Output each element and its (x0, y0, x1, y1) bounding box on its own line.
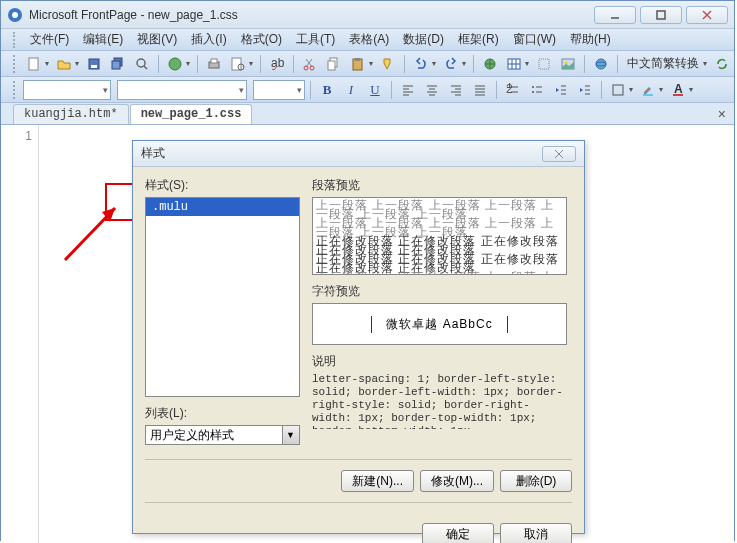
undo-icon[interactable] (410, 53, 432, 75)
char-preview: 微软卓越 AaBbCc (312, 303, 567, 345)
close-button[interactable] (686, 6, 728, 24)
insert-picture-icon[interactable] (557, 53, 579, 75)
line-gutter: 1 (1, 125, 39, 543)
ok-button[interactable]: 确定 (422, 523, 494, 543)
combo-value: 用户定义的样式 (150, 427, 234, 444)
svg-point-57 (532, 86, 534, 88)
svg-rect-8 (91, 65, 97, 68)
menu-tools[interactable]: 工具(T) (289, 29, 342, 50)
tab-kuangjia[interactable]: kuangjia.htm* (13, 104, 129, 124)
svg-point-58 (532, 91, 534, 93)
svg-rect-15 (211, 59, 217, 63)
hyperlink-icon[interactable] (590, 53, 612, 75)
desc-label: 说明 (312, 353, 572, 370)
insert-layer-icon[interactable] (533, 53, 555, 75)
grip-icon (13, 55, 17, 73)
menu-view[interactable]: 视图(V) (130, 29, 184, 50)
menu-edit[interactable]: 编辑(E) (76, 29, 130, 50)
open-icon[interactable] (53, 53, 75, 75)
tab-close-icon[interactable]: × (718, 106, 726, 122)
new-button[interactable]: 新建(N)... (341, 470, 414, 492)
minimize-button[interactable] (594, 6, 636, 24)
highlight-icon[interactable] (637, 79, 659, 101)
svg-line-12 (144, 66, 147, 69)
cut-icon[interactable] (299, 53, 321, 75)
save-icon[interactable] (83, 53, 105, 75)
styles-listbox[interactable]: .mulu (145, 197, 300, 397)
titlebar: Microsoft FrontPage - new_page_1.css (1, 1, 734, 29)
list-item[interactable]: .mulu (146, 198, 299, 216)
svg-point-35 (596, 59, 606, 69)
publish-icon[interactable] (164, 53, 186, 75)
delete-button[interactable]: 删除(D) (500, 470, 572, 492)
dialog-action-row: 新建(N)... 修改(M)... 删除(D) (145, 459, 572, 503)
dialog-close-button[interactable] (542, 146, 576, 162)
format-painter-icon[interactable] (377, 53, 399, 75)
style-dropdown[interactable] (23, 80, 111, 100)
web-component-icon[interactable] (479, 53, 501, 75)
menu-help[interactable]: 帮助(H) (563, 29, 618, 50)
menu-table[interactable]: 表格(A) (342, 29, 396, 50)
convert-label[interactable]: 中文简繁转换 (623, 55, 703, 72)
font-size-dropdown[interactable] (253, 80, 305, 100)
align-right-icon[interactable] (445, 79, 467, 101)
dialog-title: 样式 (141, 145, 542, 162)
search-icon[interactable] (131, 53, 153, 75)
new-page-icon[interactable] (23, 53, 45, 75)
svg-rect-6 (29, 58, 38, 70)
modify-button[interactable]: 修改(M)... (420, 470, 494, 492)
toolbar-standard: ▾ ▾ ▾ ▾ ab ▾ ▾ ▾ ▾ 中文简繁转换▾ (1, 51, 734, 77)
indent-icon[interactable] (574, 79, 596, 101)
para-preview: 上一段落 上一段落 上一段落 上一段落 上一段落 上一段落 上一段落 上一段落 … (312, 197, 567, 275)
print-icon[interactable] (203, 53, 225, 75)
svg-rect-3 (657, 11, 665, 19)
description-text: letter-spacing: 1; border-left-style: so… (312, 373, 567, 429)
dialog-confirm-row: 确定 取消 (145, 515, 572, 543)
bullet-list-icon[interactable] (526, 79, 548, 101)
italic-icon[interactable]: I (340, 79, 362, 101)
refresh-icon[interactable] (711, 53, 733, 75)
para-preview-label: 段落预览 (312, 177, 572, 194)
copy-icon[interactable] (323, 53, 345, 75)
grip-icon (13, 32, 17, 48)
font-dropdown[interactable] (117, 80, 247, 100)
save-all-icon[interactable] (107, 53, 129, 75)
svg-rect-26 (355, 58, 360, 61)
insert-table-icon[interactable] (503, 53, 525, 75)
align-center-icon[interactable] (421, 79, 443, 101)
bold-icon[interactable]: B (316, 79, 338, 101)
grip-icon (13, 81, 17, 99)
underline-icon[interactable]: U (364, 79, 386, 101)
menu-data[interactable]: 数据(D) (396, 29, 451, 50)
borders-icon[interactable] (607, 79, 629, 101)
paste-icon[interactable] (347, 53, 369, 75)
redo-icon[interactable] (440, 53, 462, 75)
align-left-icon[interactable] (397, 79, 419, 101)
font-color-icon[interactable]: A (667, 79, 689, 101)
svg-rect-24 (328, 61, 335, 70)
spellcheck-icon[interactable]: ab (266, 53, 288, 75)
annotation-arrow-icon (60, 200, 130, 270)
list-combo[interactable]: 用户定义的样式 ▼ (145, 425, 300, 445)
menu-frame[interactable]: 框架(R) (451, 29, 506, 50)
svg-point-13 (169, 58, 181, 70)
menu-insert[interactable]: 插入(I) (184, 29, 233, 50)
maximize-button[interactable] (640, 6, 682, 24)
outdent-icon[interactable] (550, 79, 572, 101)
menu-format[interactable]: 格式(O) (234, 29, 289, 50)
preview-icon[interactable] (227, 53, 249, 75)
numbered-list-icon[interactable]: 12 (502, 79, 524, 101)
dialog-titlebar: 样式 (133, 141, 584, 167)
svg-point-1 (12, 12, 18, 18)
document-tabs: kuangjia.htm* new_page_1.css × (1, 103, 734, 125)
cancel-button[interactable]: 取消 (500, 523, 572, 543)
menu-file[interactable]: 文件(F) (23, 29, 76, 50)
menubar: 文件(F) 编辑(E) 视图(V) 插入(I) 格式(O) 工具(T) 表格(A… (1, 29, 734, 51)
align-justify-icon[interactable] (469, 79, 491, 101)
svg-rect-10 (112, 61, 120, 69)
styles-label: 样式(S): (145, 177, 300, 194)
char-preview-sample: 微软卓越 AaBbCc (386, 317, 492, 331)
menu-window[interactable]: 窗口(W) (506, 29, 563, 50)
char-preview-label: 字符预览 (312, 283, 572, 300)
tab-newpage-css[interactable]: new_page_1.css (130, 104, 253, 124)
